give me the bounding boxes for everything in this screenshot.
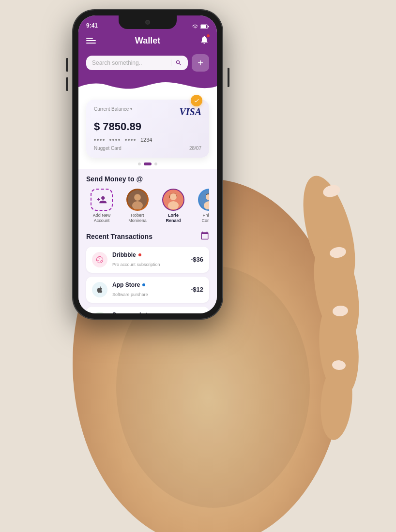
search-section: Search something.. +: [78, 54, 217, 81]
card-last-digits: 1234: [140, 137, 152, 143]
transactions-title: Recent Transactions: [86, 233, 152, 240]
app-title: Wallet: [135, 36, 160, 46]
svg-rect-13: [201, 25, 206, 28]
transaction-supermarket[interactable]: Supermarket Shopping -$199: [86, 307, 209, 313]
supermarket-info: Supermarket Shopping: [112, 311, 183, 313]
svg-point-25: [96, 256, 103, 263]
dribbble-status-dot: [138, 253, 141, 256]
menu-button[interactable]: [86, 38, 96, 44]
phone-outer-frame: 9:41: [73, 10, 223, 319]
main-content: Current Balance ▾ VISA $ 7850.89: [78, 93, 217, 313]
lorie-avatar: [162, 189, 184, 211]
menu-line-1: [86, 38, 93, 39]
appstore-name-row: App Store: [112, 281, 186, 288]
add-button[interactable]: +: [192, 54, 209, 72]
dribbble-desc: Pro account subscription: [112, 262, 160, 267]
transactions-header: Recent Transactions: [86, 231, 209, 242]
app-header: Wallet: [78, 31, 217, 54]
add-account-avatar: [91, 189, 113, 211]
status-icons: [192, 24, 209, 29]
visa-logo: VISA: [179, 106, 201, 118]
search-bar[interactable]: Search something..: [86, 56, 188, 70]
menu-line-3: [86, 43, 96, 44]
menu-line-2: [86, 40, 96, 41]
dot-group-1: [94, 139, 105, 141]
dribbble-name: Dribbble: [112, 251, 136, 258]
appstore-status-dot: [142, 283, 145, 286]
front-camera: [145, 20, 150, 25]
supermarket-name-row: Supermarket: [112, 311, 183, 313]
appstore-name: App Store: [112, 281, 140, 288]
card-section: Current Balance ▾ VISA $ 7850.89: [78, 93, 217, 158]
philipp-avatar: [198, 189, 209, 211]
carousel-dots: [78, 158, 217, 169]
notification-dot: [206, 34, 210, 38]
lorie-avatar-wrapper: [162, 189, 184, 211]
phone-notch: [119, 15, 177, 29]
robert-name: RobertMonirena: [128, 213, 147, 223]
phone-device: 9:41: [73, 10, 223, 319]
card-expiry: 28/07: [189, 146, 201, 151]
add-new-contact[interactable]: Add NewAccount: [86, 189, 117, 223]
card-bottom: Nugget Card 28/07: [94, 146, 201, 151]
search-icon: [175, 59, 182, 66]
balance-label: Current Balance ▾: [94, 106, 132, 112]
dot-group-3: [125, 139, 136, 141]
credit-card[interactable]: Current Balance ▾ VISA $ 7850.89: [86, 100, 209, 158]
supermarket-icon: [92, 312, 107, 313]
appstore-amount: -$12: [191, 286, 203, 293]
search-placeholder: Search something..: [92, 59, 167, 66]
verified-badge: [191, 95, 202, 106]
supermarket-name: Supermarket: [112, 311, 148, 313]
lorie-name: LorieRenard: [166, 213, 181, 223]
carousel-dot-2[interactable]: [144, 163, 152, 165]
svg-point-20: [170, 193, 177, 200]
dribbble-amount: -$36: [191, 256, 203, 263]
transactions-area: Send Money to @: [78, 169, 217, 313]
appstore-desc: Software purshare: [112, 292, 148, 297]
calendar-icon[interactable]: [200, 231, 209, 242]
card-top: Current Balance ▾ VISA: [94, 106, 201, 118]
appstore-icon: [92, 282, 107, 297]
search-divider: [171, 59, 171, 66]
search-icon-button[interactable]: [175, 59, 182, 66]
wifi-icon: [192, 24, 198, 29]
card-name: Nugget Card: [94, 146, 122, 151]
svg-point-18: [135, 194, 140, 200]
transaction-appstore[interactable]: App Store Software purshare -$12: [86, 277, 209, 303]
transactions-section: Recent Transactions: [86, 231, 209, 313]
send-money-title: Send Money to @: [86, 175, 143, 183]
dribbble-icon: [92, 252, 107, 267]
svg-rect-14: [208, 26, 209, 28]
dribbble-name-row: Dribbble: [112, 251, 186, 258]
transaction-dribbble[interactable]: Dribbble Pro account subscription -$36: [86, 247, 209, 273]
robert-avatar: [126, 189, 149, 211]
dot-group-2: [109, 139, 120, 141]
contact-list: Add NewAccount: [86, 189, 209, 223]
philipp-name: PhilippCornico: [201, 213, 209, 223]
carousel-dot-1[interactable]: [138, 163, 141, 165]
send-money-header: Send Money to @: [86, 175, 209, 183]
checkmark-icon: [194, 98, 199, 103]
battery-icon: [200, 24, 209, 29]
notification-button[interactable]: [199, 35, 209, 46]
add-account-label: Add NewAccount: [93, 213, 111, 223]
dribbble-info: Dribbble Pro account subscription: [112, 251, 186, 268]
contact-robert[interactable]: RobertMonirena: [122, 189, 153, 223]
carousel-dot-3[interactable]: [154, 163, 157, 165]
card-balance-amount: $ 7850.89: [94, 120, 201, 133]
contact-philipp[interactable]: PhilippCornico: [194, 189, 209, 223]
wave-separator: [78, 81, 217, 93]
appstore-info: App Store Software purshare: [112, 281, 186, 298]
phone-screen: 9:41: [78, 15, 217, 313]
add-person-icon: [96, 194, 107, 205]
card-number-dots: 1234: [94, 137, 201, 143]
contact-lorie[interactable]: LorieRenard: [158, 189, 189, 223]
status-time: 9:41: [86, 22, 98, 29]
